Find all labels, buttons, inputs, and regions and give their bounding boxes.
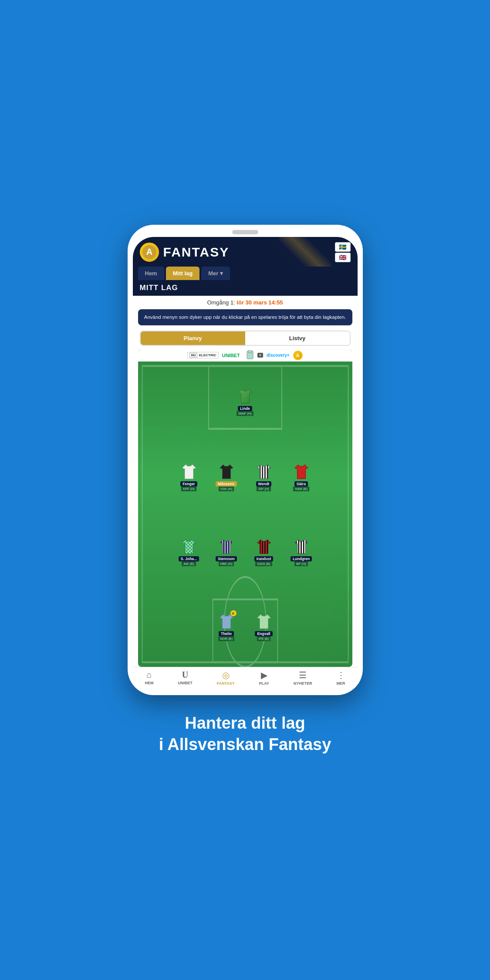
app-logo: A [140,243,159,262]
nav-play-label: PLAY [259,681,269,686]
app-title: FANTASY [163,245,331,260]
fenger-team: KFF (H) [181,487,196,491]
player-stensson[interactable]: Stensson HBK (H) [211,537,242,566]
stensson-name: Stensson [216,556,237,561]
engvall-name: Engvall [255,631,272,636]
phone-frame: A FANTASY 🇸🇪 🇬🇧 Hem Mitt lag Mer ▾ MITT … [128,225,363,695]
language-flags[interactable]: 🇸🇪 🇬🇧 [335,242,351,262]
page-bottom-text: Hantera ditt lag i Allsvenskan Fantasy [159,713,331,756]
johansson-name: S. Joha... [179,556,199,561]
nav-hem[interactable]: ⌂ HEM [145,670,153,686]
flag-gb[interactable]: 🇬🇧 [335,253,351,262]
football-pitch: MGELECTRIC UNIBET V discovery+ A [138,349,352,667]
section-title-bar: MITT LAG [133,280,358,296]
thelin-team: NOR (B) [218,636,234,641]
nav-fantasy[interactable]: ◎ FANTASY [217,670,235,686]
lundgren-team: BP (H) [294,561,308,566]
satra-name: Sätra [294,481,308,487]
player-johansson[interactable]: S. Joha... AIK (B) [173,537,205,566]
fenger-name: Fenger [180,481,197,487]
bottom-line1: Hantera ditt lag [185,714,305,732]
phone-notch [232,230,258,234]
player-wendt[interactable]: Wendt DIF (H) [248,462,280,491]
nav-hem-label: HEM [145,681,153,685]
mid-row: S. Joha... AIK (B) [140,537,351,566]
nav-mer[interactable]: ⋮ MER [337,670,345,686]
linde-name: Linde [238,406,252,411]
engvall-team: IFE (B) [257,636,271,641]
nav-mer-icon: ⋮ [337,670,345,680]
tab-hem[interactable]: Hem [138,267,164,280]
irandust-name: Irandust [254,556,274,561]
vs-badge: V [257,353,263,358]
player-engvall[interactable]: Engvall IFE (B) [248,612,280,641]
nav-unibet-label: UNIBET [178,681,193,685]
johansson-team: AIK (B) [182,561,196,566]
round-date: lör 30 mars 14:55 [237,299,283,306]
player-lundgren[interactable]: Lundgren BP (H) [286,537,317,566]
gk-row: Linde MAIF (H) [140,387,351,416]
bottom-line2: i Allsvenskan Fantasy [159,735,331,754]
view-toggle: Planvy Listvy [140,331,351,346]
round-info: Omgång 1: lör 30 mars 14:55 [133,296,358,308]
wendt-name: Wendt [256,481,272,487]
phone-screen: A FANTASY 🇸🇪 🇬🇧 Hem Mitt lag Mer ▾ MITT … [133,237,358,687]
kit-area: V [243,350,263,361]
players-grid: Linde MAIF (H) Fenger KFF (H) [138,362,352,667]
milosevic-team: VSK (H) [219,487,234,491]
fwd-row: K Thelin NOR (B) Engvall IFE (B) [140,612,351,641]
player-milosevic[interactable]: Milosevic VSK (H) [211,462,242,491]
nav-fantasy-label: FANTASY [217,681,235,686]
lundgren-name: Lundgren [291,556,312,561]
nav-tabs: Hem Mitt lag Mer ▾ [133,267,358,280]
hint-text: Använd menyn som dyker upp när du klicka… [144,314,346,320]
nav-hem-icon: ⌂ [146,670,152,680]
nav-play[interactable]: ▶ PLAY [259,670,269,686]
def-row: Fenger KFF (H) Milosevic VSK (H) [140,462,351,491]
player-irandust[interactable]: Irandust GAIS (B) [248,537,280,566]
nav-nyheter[interactable]: ☰ NYHETER [294,670,312,686]
milosevic-name: Milosevic [216,481,237,487]
section-title: MITT LAG [140,284,178,292]
tab-mer[interactable]: Mer ▾ [201,267,230,280]
thelin-name: Thelin [219,631,234,636]
tab-mitt-lag[interactable]: Mitt lag [166,267,200,280]
player-thelin[interactable]: K Thelin NOR (B) [211,612,242,641]
bottom-nav: ⌂ HEM U UNIBET ◎ FANTASY ▶ PLAY ☰ NYHETE… [133,667,358,687]
stensson-team: HBK (H) [219,561,234,566]
player-fenger[interactable]: Fenger KFF (H) [173,462,205,491]
nav-fantasy-icon: ◎ [222,670,230,680]
svg-text:A: A [146,247,152,257]
svg-rect-3 [248,350,252,353]
round-prefix: Omgång 1: [207,299,235,306]
nav-unibet-icon: U [182,670,188,680]
sponsor-a: A [293,351,303,360]
sponsor-discovery: discovery+ [267,353,290,358]
toggle-listvy[interactable]: Listvy [245,331,350,345]
irandust-team: GAIS (B) [255,561,272,566]
sponsor-bar: MGELECTRIC UNIBET V discovery+ A [138,349,352,362]
sponsor-unibet: UNIBET [222,353,240,358]
hint-box: Använd menyn som dyker upp när du klicka… [138,309,352,325]
player-linde[interactable]: Linde MAIF (H) [230,387,261,416]
nav-play-icon: ▶ [261,670,267,680]
app-header: A FANTASY 🇸🇪 🇬🇧 [133,237,358,267]
flag-se[interactable]: 🇸🇪 [335,242,351,252]
linde-team: MAIF (H) [237,411,253,416]
nav-nyheter-icon: ☰ [299,670,307,680]
toggle-planvy[interactable]: Planvy [141,331,245,345]
wendt-team: DIF (H) [257,487,271,491]
nav-mer-label: MER [337,681,345,686]
linde-shirt [237,387,253,405]
sponsor-mg: MGELECTRIC [187,352,218,358]
player-satra[interactable]: Sätra HAM (B) [286,462,317,491]
captain-badge: K [230,610,237,616]
satra-team: HAM (B) [293,487,309,491]
nav-unibet[interactable]: U UNIBET [178,670,193,686]
nav-nyheter-label: NYHETER [294,681,312,686]
